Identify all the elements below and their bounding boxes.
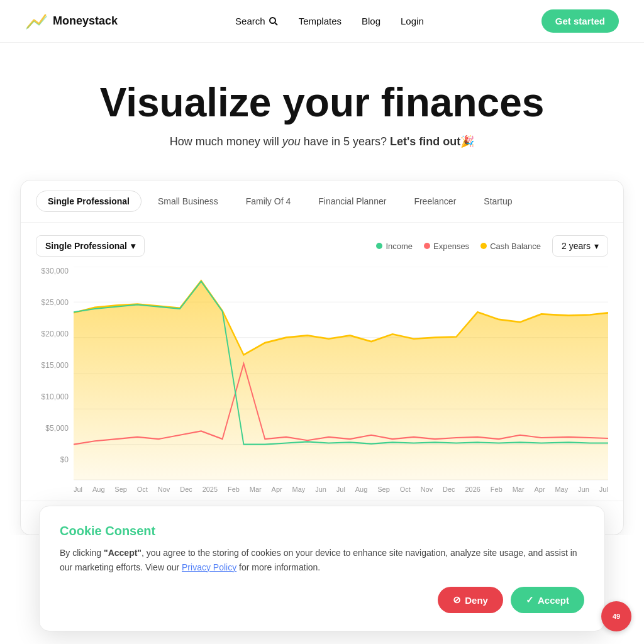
chart-header: Single Professional ▾ Income Expenses Ca… [36, 235, 608, 257]
chart-legend: Income Expenses Cash Balance 2 years ▾ [376, 235, 608, 257]
tab-startup[interactable]: Startup [472, 191, 523, 211]
tab-family-of-4[interactable]: Family Of 4 [235, 191, 303, 211]
chevron-down-icon: ▾ [131, 241, 135, 251]
expenses-dot [424, 243, 430, 249]
tab-bar: Single Professional Small Business Famil… [21, 180, 623, 223]
logo-icon [25, 10, 48, 33]
hero-subtitle: How much money will you have in 5 years?… [25, 135, 619, 148]
tab-small-business[interactable]: Small Business [147, 191, 230, 211]
hero-section: Visualize your finances How much money w… [0, 43, 644, 167]
nav-login[interactable]: Login [401, 16, 424, 26]
legend-income: Income [376, 242, 413, 251]
hero-title: Visualize your finances [25, 80, 619, 125]
nav-blog[interactable]: Blog [362, 16, 380, 26]
y-axis-labels: $30,000 $25,000 $20,000 $15,000 $10,000 … [36, 267, 74, 464]
cookie-title: Cookie Consent [60, 524, 584, 535]
chart-svg-container [74, 267, 608, 483]
tab-financial-planner[interactable]: Financial Planner [307, 191, 397, 211]
logo-text: Moneystack [53, 14, 118, 28]
nav-links: Search Templates Blog Login [235, 16, 424, 26]
chevron-down-icon: ▾ [594, 241, 599, 251]
cookie-banner: Cookie Consent By clicking "Accept", you… [39, 506, 605, 535]
logo[interactable]: Moneystack [25, 10, 118, 33]
demo-card: Single Professional Small Business Famil… [20, 180, 624, 535]
legend-cash: Cash Balance [480, 242, 541, 251]
chart-dropdown[interactable]: Single Professional ▾ [36, 235, 145, 257]
cookie-overlay: Cookie Consent By clicking "Accept", you… [0, 506, 644, 535]
years-dropdown[interactable]: 2 years ▾ [552, 235, 608, 257]
area-chart [74, 267, 608, 480]
svg-line-1 [275, 23, 277, 25]
income-dot [376, 243, 382, 249]
tab-single-professional[interactable]: Single Professional [36, 191, 142, 212]
x-axis-labels: Jul Aug Sep Oct Nov Dec 2025 Feb Mar Apr… [74, 483, 608, 501]
chart-wrapper: $30,000 $25,000 $20,000 $15,000 $10,000 … [36, 267, 608, 483]
nav-search[interactable]: Search [235, 16, 279, 26]
cash-dot [480, 243, 487, 249]
tab-freelancer[interactable]: Freelancer [402, 191, 467, 211]
legend-expenses: Expenses [424, 242, 469, 251]
get-started-button[interactable]: Get started [541, 9, 619, 33]
chart-area: Single Professional ▾ Income Expenses Ca… [21, 223, 623, 501]
navbar: Moneystack Search Templates Blog Login G… [0, 0, 644, 43]
nav-templates[interactable]: Templates [299, 16, 341, 26]
search-icon [269, 16, 279, 26]
svg-point-0 [270, 18, 275, 23]
